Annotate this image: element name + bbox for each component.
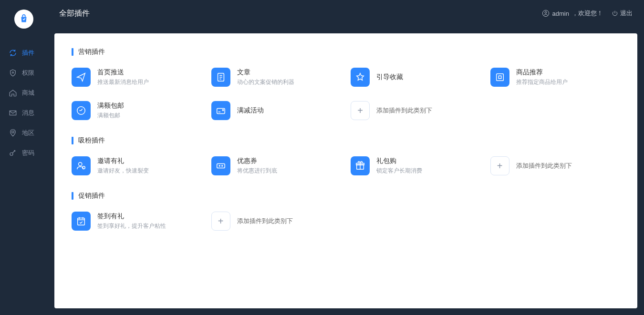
- plugin-title: 添加插件到此类别下: [376, 106, 432, 115]
- section-promo: 促销插件 签到有礼签到享好礼，提升客户粘性 + 添加插件到此类别下: [72, 192, 620, 231]
- plugin-title: 签到有礼: [97, 212, 166, 221]
- plugin-desc: 推送最新消息给用户: [97, 78, 149, 86]
- power-icon: [612, 10, 618, 17]
- sidebar-item-label: 插件: [22, 49, 34, 57]
- plus-icon: +: [490, 156, 509, 175]
- page-title: 全部插件: [59, 9, 90, 19]
- box-icon: [490, 68, 509, 87]
- sidebar-item-region[interactable]: 地区: [0, 123, 48, 143]
- plugin-add[interactable]: + 添加插件到此类别下: [490, 156, 621, 175]
- mail-icon: [9, 109, 17, 117]
- plugin-favorite[interactable]: 引导收藏: [351, 68, 481, 87]
- user-welcome: ，欢迎您！: [572, 9, 603, 18]
- sidebar-item-plugins[interactable]: 插件: [0, 43, 48, 63]
- calendar-icon: [72, 212, 91, 231]
- svg-point-5: [545, 11, 547, 13]
- sidebar-item-label: 密码: [22, 149, 34, 157]
- map-pin-icon: [9, 129, 17, 137]
- plugin-add[interactable]: + 添加插件到此类别下: [211, 212, 342, 231]
- plugin-home-push[interactable]: 首页推送推送最新消息给用户: [72, 68, 202, 87]
- plugin-discount[interactable]: 满减活动: [211, 101, 342, 120]
- key-icon: [9, 149, 17, 157]
- plugin-title: 满额包邮: [97, 102, 124, 110]
- sidebar: 插件 权限 商城 消息 地区 密码: [0, 0, 48, 315]
- section-fans: 吸粉插件 邀请有礼邀请好友，快速裂变 优惠券将优惠进行到底 礼包购锁定客户: [72, 136, 620, 175]
- section-title: 促销插件: [72, 192, 620, 200]
- plus-icon: +: [211, 212, 230, 231]
- sidebar-item-password[interactable]: 密码: [0, 143, 48, 163]
- plugin-title: 添加插件到此类别下: [237, 217, 293, 225]
- plugin-desc: 签到享好礼，提升客户粘性: [97, 222, 166, 230]
- plugin-title: 礼包购: [376, 157, 422, 165]
- plugin-checkin[interactable]: 签到有礼签到享好礼，提升客户粘性: [72, 212, 202, 231]
- bag-icon: [19, 14, 29, 24]
- plugin-desc: 将优惠进行到底: [237, 167, 277, 175]
- svg-point-3: [10, 152, 13, 155]
- svg-rect-12: [217, 108, 225, 113]
- ticket-icon: [211, 156, 230, 175]
- sidebar-item-label: 权限: [22, 69, 34, 77]
- user-add-icon: [72, 156, 91, 175]
- svg-rect-1: [10, 111, 16, 115]
- plugin-gift-package[interactable]: 礼包购锁定客户长期消费: [351, 156, 481, 175]
- plugin-coupon[interactable]: 优惠券将优惠进行到底: [211, 156, 342, 175]
- user-name: admin: [552, 10, 569, 17]
- svg-point-18: [221, 165, 222, 166]
- sidebar-item-label: 商城: [22, 89, 34, 97]
- section-title: 吸粉插件: [72, 136, 620, 145]
- plugin-title: 首页推送: [97, 68, 149, 77]
- logout-label: 退出: [620, 9, 633, 18]
- truck-icon: [72, 101, 91, 120]
- sidebar-item-label: 地区: [22, 129, 34, 137]
- plus-icon: +: [351, 101, 370, 120]
- user-icon: [542, 10, 550, 17]
- plugin-desc: 邀请好友，快速裂变: [97, 167, 149, 175]
- gift-icon: [351, 156, 370, 175]
- svg-point-13: [222, 110, 224, 111]
- svg-rect-10: [496, 74, 503, 81]
- card-icon: [211, 101, 230, 120]
- plugin-desc: 动心的文案促销的利器: [237, 78, 294, 86]
- plugin-title: 添加插件到此类别下: [516, 162, 572, 170]
- doc-icon: [211, 68, 230, 87]
- svg-point-17: [219, 165, 220, 166]
- plugin-invite[interactable]: 邀请有礼邀请好友，快速裂变: [72, 156, 202, 175]
- svg-rect-16: [217, 163, 225, 168]
- plugin-title: 文章: [237, 68, 294, 77]
- shield-icon: [9, 69, 17, 77]
- sidebar-nav: 插件 权限 商城 消息 地区 密码: [0, 43, 48, 163]
- plugin-desc: 推荐指定商品给用户: [516, 78, 568, 86]
- star-icon: [351, 68, 370, 87]
- content-panel: 营销插件 首页推送推送最新消息给用户 文章动心的文案促销的利器 引导收藏: [54, 33, 637, 308]
- plugin-free-shipping[interactable]: 满额包邮满额包邮: [72, 101, 202, 120]
- plugin-title: 满减活动: [237, 106, 264, 115]
- plugin-title: 邀请有礼: [97, 157, 149, 165]
- plugin-add[interactable]: + 添加插件到此类别下: [351, 101, 481, 120]
- plugin-title: 优惠券: [237, 157, 277, 165]
- send-icon: [72, 68, 91, 87]
- topbar: 全部插件 admin ，欢迎您！ 退出: [48, 0, 644, 27]
- sidebar-item-label: 消息: [22, 109, 34, 117]
- svg-point-14: [79, 163, 82, 166]
- svg-rect-21: [78, 218, 85, 225]
- svg-point-0: [12, 72, 14, 73]
- plugin-recommend[interactable]: 商品推荐推荐指定商品给用户: [490, 68, 621, 87]
- plugin-title: 引导收藏: [376, 73, 403, 81]
- sidebar-item-messages[interactable]: 消息: [0, 103, 48, 123]
- home-icon: [9, 89, 17, 97]
- sidebar-item-shop[interactable]: 商城: [0, 83, 48, 103]
- section-marketing: 营销插件 首页推送推送最新消息给用户 文章动心的文案促销的利器 引导收藏: [72, 48, 620, 120]
- user-greeting[interactable]: admin ，欢迎您！: [542, 9, 603, 18]
- plugin-desc: 锁定客户长期消费: [376, 167, 422, 175]
- plugin-article[interactable]: 文章动心的文案促销的利器: [211, 68, 342, 87]
- section-title: 营销插件: [72, 48, 620, 56]
- plugin-title: 商品推荐: [516, 68, 568, 77]
- sidebar-item-permissions[interactable]: 权限: [0, 63, 48, 83]
- refresh-icon: [9, 49, 17, 57]
- app-logo[interactable]: [14, 10, 33, 29]
- plugin-desc: 满额包邮: [97, 112, 124, 120]
- logout-button[interactable]: 退出: [612, 9, 633, 18]
- svg-point-2: [12, 131, 14, 133]
